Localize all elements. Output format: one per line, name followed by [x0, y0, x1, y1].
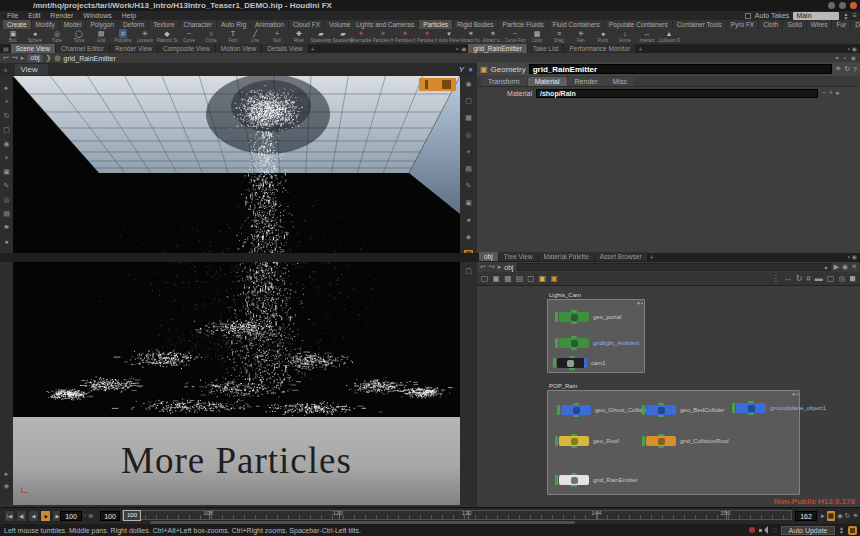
shelf-tool[interactable]: ~ Curve Force: [504, 29, 526, 45]
shelf-tool[interactable]: ✚ Rivet: [288, 29, 310, 45]
viewport-control-icon[interactable]: ▤: [465, 165, 472, 173]
node-flag-bar[interactable]: [555, 338, 558, 348]
range-start-field[interactable]: 100: [100, 511, 120, 521]
shelf-tab[interactable]: Particles: [419, 20, 453, 29]
node-body[interactable]: [559, 312, 589, 322]
node-flag-bar[interactable]: [642, 405, 645, 415]
viewport-tool-icon[interactable]: ⚑: [3, 224, 9, 232]
shelf-tool[interactable]: ◯ Torus: [68, 29, 90, 45]
network-node[interactable]: geo_BedCollider: [642, 405, 724, 415]
network-tool-icon[interactable]: ▦: [504, 274, 512, 284]
pane-tab[interactable]: Render View: [110, 44, 157, 53]
shelf-tool[interactable]: ◎ Tube: [46, 29, 68, 45]
take-stepper[interactable]: ▲▼: [843, 12, 848, 20]
maximize-icon[interactable]: [839, 2, 846, 9]
param-tab[interactable]: Transform: [481, 77, 527, 86]
viewport-tool-icon[interactable]: ●: [4, 238, 8, 246]
add-pane-tab-icon[interactable]: +: [309, 46, 317, 53]
back-icon[interactable]: ↩: [480, 263, 486, 271]
shelf-tool[interactable]: ▲ Collision D...: [658, 29, 680, 45]
pane-split-icon[interactable]: ◉: [851, 253, 858, 261]
network-node[interactable]: grid_CollisionRoof: [642, 436, 729, 446]
menu-item[interactable]: Edit: [24, 12, 44, 19]
node-body[interactable]: [557, 358, 587, 368]
interrupt-icon[interactable]: ◌: [772, 526, 777, 534]
shelf-tool[interactable]: ▩ Color: [526, 29, 548, 45]
shelf-tab[interactable]: Deform: [119, 20, 149, 29]
transport-button[interactable]: ◀: [28, 510, 39, 522]
play-icon[interactable]: ▶: [834, 263, 839, 271]
network-path-value[interactable]: obj: [504, 264, 513, 271]
pane-maximize-icon[interactable]: ▪: [843, 54, 847, 62]
range-end-field[interactable]: 162: [795, 511, 817, 521]
gear-icon[interactable]: ✳: [851, 263, 857, 271]
playbar-setting-icon[interactable]: ▦: [827, 511, 836, 521]
playbar-option-icon[interactable]: ⊗: [88, 512, 93, 519]
forward-icon[interactable]: ↪: [489, 263, 495, 271]
shelf-tab[interactable]: Fluid Containers: [548, 20, 604, 29]
minimize-icon[interactable]: [828, 2, 835, 9]
pane-tab[interactable]: Composite View: [158, 44, 215, 53]
pane-tab[interactable]: Scene View: [11, 44, 55, 53]
node-flag-bar[interactable]: [555, 312, 558, 322]
network-node[interactable]: grid_RainEmitter: [555, 475, 638, 485]
pane-split-icon[interactable]: ◉: [460, 45, 467, 53]
playbar-setting-icon[interactable]: ◈: [837, 511, 842, 521]
network-view-icon[interactable]: ◼: [849, 274, 856, 284]
view-tab[interactable]: View: [15, 64, 48, 75]
display-options-icon[interactable]: Y: [459, 65, 464, 74]
shelf-tab[interactable]: Rigid Bodies: [453, 20, 499, 29]
playhead[interactable]: 100: [123, 510, 141, 521]
viewport-tool-icon[interactable]: ✎: [4, 182, 10, 190]
back-icon[interactable]: ↩: [3, 54, 9, 62]
pane-tab[interactable]: Channel Editor: [56, 44, 109, 53]
param-tab[interactable]: Render: [568, 77, 605, 86]
network-node[interactable]: cam1: [553, 358, 606, 368]
viewport-control-icon[interactable]: ●: [466, 216, 470, 224]
viewport-control-icon[interactable]: ⌖: [467, 148, 471, 156]
shelf-tab[interactable]: Lights and Cameras: [352, 20, 419, 29]
shelf-tool[interactable]: ▾ Auto Parent: [438, 29, 460, 45]
shelf-tool[interactable]: + Null: [266, 29, 288, 45]
network-box-controls[interactable]: ▾ ▪: [792, 391, 798, 397]
material-field[interactable]: /shop/Rain: [536, 89, 818, 98]
pane-tab[interactable]: Asset Browser: [595, 252, 647, 261]
close-icon[interactable]: [850, 2, 857, 9]
shelf-tool[interactable]: ✶ Attract fro...: [460, 29, 482, 45]
shelf-tool[interactable]: ✳ Lsystem: [134, 29, 156, 45]
node-name-field[interactable]: grid_RainEmitter: [529, 64, 833, 74]
breadcrumb-node[interactable]: grid_RainEmitter: [64, 55, 116, 62]
transport-button[interactable]: |◀: [4, 510, 15, 522]
chevron-down-icon[interactable]: ▾: [835, 54, 840, 62]
viewport-tool-icon[interactable]: ▤: [3, 210, 10, 218]
viewport-tool-icon[interactable]: ▢: [3, 126, 10, 134]
shelf-tool[interactable]: ● Sphere: [24, 29, 46, 45]
pane-maximize-icon[interactable]: ▪: [455, 45, 459, 53]
shelf-tool[interactable]: ◆ Platonic So...: [156, 29, 178, 45]
shelf-tab[interactable]: Wires: [807, 20, 833, 29]
shelf-tool[interactable]: ▣ Box: [2, 29, 24, 45]
shelf-tool[interactable]: # Polywire: [112, 29, 134, 45]
viewport-control-icon[interactable]: ▣: [465, 199, 472, 207]
shelf-tool[interactable]: ╱ Line: [244, 29, 266, 45]
network-box-controls[interactable]: ▾ ▪: [637, 300, 643, 306]
network-node[interactable]: gridlight_Ambient: [555, 338, 639, 348]
gear-icon[interactable]: ✳: [835, 65, 841, 73]
shelf-tool[interactable]: ● Point: [592, 29, 614, 45]
pane-tab[interactable]: Material Palette: [539, 252, 594, 261]
network-tool-icon[interactable]: ▤: [516, 274, 524, 284]
shelf-tool[interactable]: ✶ Firecracke...: [350, 29, 372, 45]
node-flag-bar[interactable]: [732, 403, 735, 413]
timeline-ruler[interactable]: 108120132144156 100: [122, 510, 792, 520]
menu-item[interactable]: Help: [118, 12, 140, 19]
add-pane-tab-icon[interactable]: +: [648, 254, 656, 261]
network-tool-icon[interactable]: ▣: [550, 274, 558, 284]
speaker-icon[interactable]: [759, 526, 768, 534]
node-body[interactable]: [646, 405, 676, 415]
viewport-tool-icon[interactable]: ↻: [4, 112, 10, 120]
shelf-tab[interactable]: Cloud FX: [289, 20, 325, 29]
shelf-tool[interactable]: ▰ Spaceship: [310, 29, 332, 45]
network-tool-icon[interactable]: ▢: [481, 274, 489, 284]
viewport-control-icon[interactable]: ▢: [465, 97, 472, 105]
network-tool-icon[interactable]: ▣: [539, 274, 547, 284]
